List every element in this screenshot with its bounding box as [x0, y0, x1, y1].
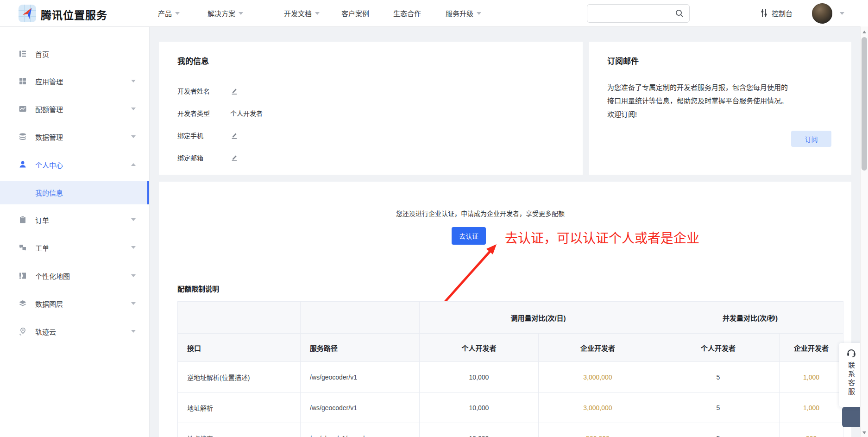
- nav-cases-label: 客户案例: [341, 8, 369, 18]
- avatar-chevron-down-icon[interactable]: [840, 12, 844, 15]
- chevron-down-icon: [131, 108, 136, 110]
- sidebar-item-orders[interactable]: 订单: [0, 208, 149, 231]
- search-icon[interactable]: [675, 9, 684, 18]
- go-certify-button[interactable]: 去认证: [452, 227, 486, 245]
- brand-title[interactable]: 腾讯位置服务: [41, 6, 107, 22]
- cell-interface: 地址解析: [178, 393, 301, 423]
- page: 腾讯位置服务 产品 解决方案 开发文档 客户案例 生态合作 服务升级: [0, 0, 868, 437]
- chevron-down-icon: [131, 80, 136, 82]
- quota-table-heading: 配额限制说明: [177, 284, 219, 293]
- cell-enterprise-calls: 500,000: [539, 423, 657, 437]
- nav-cases[interactable]: 客户案例: [341, 0, 369, 26]
- profile-row-type: 开发者类型 个人开发者: [177, 108, 263, 118]
- col-header-enterprise-1: 企业开发者: [539, 334, 657, 362]
- console-label: 控制台: [772, 8, 793, 18]
- quota-column-header-row: 接口 服务路径 个人开发者 企业开发者 个人开发者 企业开发者: [178, 334, 843, 362]
- cell-personal-calls: 10,000: [420, 362, 539, 393]
- subscribe-line-1: 为您准备了专属定制的开发者服务月报，包含您每月使用的: [607, 81, 839, 94]
- sidebar-item-tickets-label: 工单: [35, 243, 49, 253]
- nav-docs[interactable]: 开发文档: [284, 0, 320, 26]
- profile-row-type-label: 开发者类型: [177, 108, 230, 118]
- sidebar-item-data-management-label: 数据管理: [35, 132, 63, 142]
- user-avatar[interactable]: [812, 3, 832, 24]
- chevron-down-icon: [477, 12, 481, 15]
- cell-enterprise-calls: 3,000,000: [539, 393, 657, 423]
- col-header-path: 服务路径: [301, 334, 420, 362]
- profile-card-title: 我的信息: [177, 55, 209, 66]
- active-indicator-bar: [147, 181, 149, 204]
- sidebar-item-app-management[interactable]: 应用管理: [0, 70, 149, 93]
- layers-icon: [19, 299, 27, 308]
- cell-enterprise-calls: 3,000,000: [539, 362, 657, 393]
- certification-message: 您还没进行企业认证，申请成为企业开发者，享受更多配额: [396, 209, 565, 218]
- cell-enterprise-concurrency: 200: [780, 423, 843, 437]
- sidebar-item-custom-map[interactable]: 个性化地图: [0, 264, 149, 287]
- profile-row-phone-label: 绑定手机: [177, 131, 230, 140]
- cell-enterprise-concurrency: 1,000: [780, 393, 843, 423]
- edit-pencil-icon[interactable]: [230, 87, 238, 95]
- sidebar-item-data-layers[interactable]: 数据图层: [0, 292, 149, 315]
- sidebar-item-quota-management[interactable]: 配额管理: [0, 97, 149, 120]
- sidebar-item-personal-center-label: 个人中心: [35, 160, 63, 170]
- scrollbar-thumb[interactable]: [862, 37, 867, 171]
- sidebar-item-tickets[interactable]: 工单: [0, 236, 149, 259]
- table-row: 地址解析 /ws/geocoder/v1 10,000 3,000,000 5 …: [178, 393, 843, 423]
- contact-support-label: 联系客服: [846, 361, 856, 397]
- track-pin-icon: [19, 327, 27, 336]
- cell-personal-concurrency: 5: [657, 423, 780, 437]
- search-input[interactable]: [587, 10, 675, 17]
- profile-row-phone: 绑定手机: [177, 131, 238, 140]
- scroll-down-arrow-icon[interactable]: [862, 431, 866, 434]
- nav-solutions[interactable]: 解决方案: [208, 0, 243, 26]
- subscribe-button[interactable]: 订阅: [791, 131, 831, 147]
- profile-row-email-label: 绑定邮箱: [177, 153, 230, 162]
- sidebar-item-data-management[interactable]: 数据管理: [0, 125, 149, 148]
- vertical-scrollbar[interactable]: [860, 26, 868, 437]
- edit-pencil-icon[interactable]: [230, 154, 238, 162]
- edit-pencil-icon[interactable]: [230, 132, 238, 139]
- sidebar-item-home[interactable]: 首页: [0, 42, 149, 65]
- nav-docs-label: 开发文档: [284, 8, 312, 18]
- profile-row-type-value: 个人开发者: [230, 108, 263, 118]
- chevron-down-icon: [131, 246, 136, 249]
- sidebar-item-quota-management-label: 配额管理: [35, 104, 63, 114]
- top-navbar: 腾讯位置服务 产品 解决方案 开发文档 客户案例 生态合作 服务升级: [0, 0, 868, 27]
- home-list-icon: [19, 50, 27, 58]
- contact-support-tab[interactable]: 联系客服: [839, 343, 863, 407]
- custom-map-icon: [19, 272, 27, 280]
- quota-group-header-row: 调用量对比(次/日) 并发量对比(次/秒): [178, 302, 843, 334]
- headset-icon: [846, 348, 857, 358]
- subscribe-line-3: 欢迎订阅!: [607, 108, 839, 121]
- quota-chart-icon: [19, 105, 27, 113]
- col-header-enterprise-2: 企业开发者: [780, 334, 843, 362]
- sidebar-item-personal-center[interactable]: 个人中心: [0, 153, 149, 176]
- empty-header-cell: [301, 302, 420, 334]
- col-header-interface: 接口: [178, 334, 301, 362]
- profile-row-email: 绑定邮箱: [177, 153, 238, 162]
- chevron-down-icon: [175, 12, 180, 15]
- console-link[interactable]: 控制台: [760, 0, 793, 26]
- database-icon: [19, 133, 27, 141]
- brand-compass-icon[interactable]: [19, 5, 36, 22]
- sliders-icon: [760, 9, 768, 18]
- chevron-down-icon: [315, 12, 320, 15]
- group-header-concurrency: 并发量对比(次/秒): [657, 302, 843, 334]
- chevron-down-icon: [131, 302, 136, 305]
- nav-upgrade[interactable]: 服务升级: [446, 0, 481, 26]
- chevron-down-icon: [131, 218, 136, 221]
- sidebar-item-orders-label: 订单: [35, 215, 49, 225]
- nav-products[interactable]: 产品: [158, 0, 180, 26]
- subscribe-description: 为您准备了专属定制的开发者服务月报，包含您每月使用的 接口用量统计等信息，帮助您…: [607, 81, 839, 121]
- cell-path: /ws/place/v1/search: [301, 423, 420, 437]
- sidebar-subitem-my-info[interactable]: 我的信息: [0, 181, 149, 204]
- scroll-up-arrow-icon[interactable]: [862, 31, 866, 33]
- sidebar-item-track-cloud[interactable]: 轨迹云: [0, 320, 149, 343]
- ticket-chat-icon: [19, 243, 27, 252]
- chevron-down-icon: [239, 12, 243, 15]
- group-header-calls: 调用量对比(次/日): [420, 302, 657, 334]
- nav-ecosystem[interactable]: 生态合作: [393, 0, 421, 26]
- sidebar-item-data-layers-label: 数据图层: [35, 299, 63, 309]
- sidebar-item-app-management-label: 应用管理: [35, 76, 63, 86]
- apps-grid-icon: [19, 77, 27, 85]
- search-box[interactable]: [587, 4, 690, 23]
